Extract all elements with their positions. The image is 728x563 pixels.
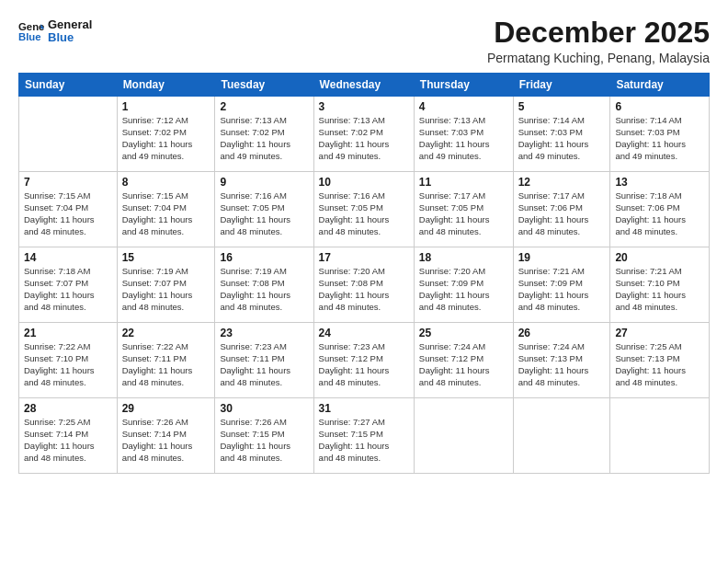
- day-info: Sunrise: 7:23 AM Sunset: 7:12 PM Dayligh…: [319, 341, 409, 388]
- calendar-header-sunday: Sunday: [19, 74, 118, 97]
- day-info: Sunrise: 7:25 AM Sunset: 7:13 PM Dayligh…: [615, 341, 704, 388]
- calendar-header-row: SundayMondayTuesdayWednesdayThursdayFrid…: [19, 74, 710, 97]
- day-number: 30: [220, 402, 308, 415]
- day-info: Sunrise: 7:18 AM Sunset: 7:06 PM Dayligh…: [615, 190, 704, 237]
- day-number: 20: [615, 251, 704, 264]
- day-number: 26: [518, 327, 606, 339]
- header: General Blue General Blue December 2025 …: [18, 17, 710, 65]
- day-number: 25: [419, 327, 508, 339]
- day-info: Sunrise: 7:24 AM Sunset: 7:12 PM Dayligh…: [419, 341, 508, 388]
- day-number: 28: [24, 402, 112, 415]
- day-info: Sunrise: 7:21 AM Sunset: 7:09 PM Dayligh…: [518, 266, 606, 313]
- calendar-cell: 23Sunrise: 7:23 AM Sunset: 7:11 PM Dayli…: [215, 323, 313, 398]
- day-number: 29: [122, 402, 210, 415]
- day-info: Sunrise: 7:26 AM Sunset: 7:15 PM Dayligh…: [220, 417, 308, 464]
- day-info: Sunrise: 7:17 AM Sunset: 7:06 PM Dayligh…: [518, 190, 606, 237]
- calendar-table: SundayMondayTuesdayWednesdayThursdayFrid…: [18, 73, 710, 474]
- calendar-header-friday: Friday: [513, 74, 610, 97]
- day-info: Sunrise: 7:18 AM Sunset: 7:07 PM Dayligh…: [24, 266, 112, 313]
- day-info: Sunrise: 7:25 AM Sunset: 7:14 PM Dayligh…: [24, 417, 112, 464]
- day-number: 16: [220, 251, 308, 264]
- calendar-cell: 12Sunrise: 7:17 AM Sunset: 7:06 PM Dayli…: [513, 172, 610, 247]
- day-number: 22: [122, 327, 210, 339]
- calendar-cell: 7Sunrise: 7:15 AM Sunset: 7:04 PM Daylig…: [19, 172, 118, 247]
- calendar-cell: 18Sunrise: 7:20 AM Sunset: 7:09 PM Dayli…: [414, 247, 513, 323]
- day-number: 17: [319, 251, 409, 264]
- calendar-week-row: 28Sunrise: 7:25 AM Sunset: 7:14 PM Dayli…: [19, 398, 710, 474]
- calendar-cell: [610, 398, 710, 474]
- calendar-cell: 26Sunrise: 7:24 AM Sunset: 7:13 PM Dayli…: [513, 323, 610, 398]
- calendar-cell: 5Sunrise: 7:14 AM Sunset: 7:03 PM Daylig…: [513, 97, 610, 172]
- calendar-cell: 20Sunrise: 7:21 AM Sunset: 7:10 PM Dayli…: [610, 247, 710, 323]
- calendar-cell: 13Sunrise: 7:18 AM Sunset: 7:06 PM Dayli…: [610, 172, 710, 247]
- day-number: 9: [220, 176, 308, 189]
- day-number: 3: [319, 100, 409, 113]
- calendar-cell: 21Sunrise: 7:22 AM Sunset: 7:10 PM Dayli…: [19, 323, 118, 398]
- calendar-header-monday: Monday: [117, 74, 215, 97]
- calendar-week-row: 7Sunrise: 7:15 AM Sunset: 7:04 PM Daylig…: [19, 172, 710, 247]
- location: Permatang Kuching, Penang, Malaysia: [487, 51, 710, 65]
- day-number: 21: [24, 327, 112, 339]
- day-info: Sunrise: 7:22 AM Sunset: 7:10 PM Dayligh…: [24, 341, 112, 388]
- logo-line2: Blue: [48, 31, 92, 44]
- calendar-week-row: 21Sunrise: 7:22 AM Sunset: 7:10 PM Dayli…: [19, 323, 710, 398]
- calendar-cell: 17Sunrise: 7:20 AM Sunset: 7:08 PM Dayli…: [313, 247, 414, 323]
- calendar-cell: 27Sunrise: 7:25 AM Sunset: 7:13 PM Dayli…: [610, 323, 710, 398]
- calendar-cell: 22Sunrise: 7:22 AM Sunset: 7:11 PM Dayli…: [117, 323, 215, 398]
- calendar-header-thursday: Thursday: [414, 74, 513, 97]
- logo: General Blue General Blue: [18, 17, 92, 45]
- day-info: Sunrise: 7:20 AM Sunset: 7:08 PM Dayligh…: [319, 266, 409, 313]
- day-info: Sunrise: 7:16 AM Sunset: 7:05 PM Dayligh…: [319, 190, 409, 237]
- day-number: 14: [24, 251, 112, 264]
- calendar-week-row: 14Sunrise: 7:18 AM Sunset: 7:07 PM Dayli…: [19, 247, 710, 323]
- calendar-header-wednesday: Wednesday: [313, 74, 414, 97]
- calendar-cell: 2Sunrise: 7:13 AM Sunset: 7:02 PM Daylig…: [215, 97, 313, 172]
- calendar-cell: 31Sunrise: 7:27 AM Sunset: 7:15 PM Dayli…: [313, 398, 414, 474]
- logo-icon: General Blue: [18, 17, 44, 43]
- page: General Blue General Blue December 2025 …: [0, 0, 728, 563]
- calendar-cell: 30Sunrise: 7:26 AM Sunset: 7:15 PM Dayli…: [215, 398, 313, 474]
- day-info: Sunrise: 7:14 AM Sunset: 7:03 PM Dayligh…: [615, 115, 704, 162]
- day-info: Sunrise: 7:12 AM Sunset: 7:02 PM Dayligh…: [122, 115, 210, 162]
- calendar-cell: 14Sunrise: 7:18 AM Sunset: 7:07 PM Dayli…: [19, 247, 118, 323]
- day-number: 23: [220, 327, 308, 339]
- calendar-cell: [19, 97, 118, 172]
- day-info: Sunrise: 7:14 AM Sunset: 7:03 PM Dayligh…: [518, 115, 606, 162]
- day-number: 10: [319, 176, 409, 189]
- day-info: Sunrise: 7:13 AM Sunset: 7:02 PM Dayligh…: [319, 115, 409, 162]
- day-info: Sunrise: 7:19 AM Sunset: 7:07 PM Dayligh…: [122, 266, 210, 313]
- day-number: 13: [615, 176, 704, 189]
- calendar-cell: 15Sunrise: 7:19 AM Sunset: 7:07 PM Dayli…: [117, 247, 215, 323]
- calendar-cell: 4Sunrise: 7:13 AM Sunset: 7:03 PM Daylig…: [414, 97, 513, 172]
- calendar-cell: 28Sunrise: 7:25 AM Sunset: 7:14 PM Dayli…: [19, 398, 118, 474]
- calendar-header-tuesday: Tuesday: [215, 74, 313, 97]
- calendar-header-saturday: Saturday: [610, 74, 710, 97]
- day-number: 1: [122, 100, 210, 113]
- day-info: Sunrise: 7:17 AM Sunset: 7:05 PM Dayligh…: [419, 190, 508, 237]
- day-number: 11: [419, 176, 508, 189]
- calendar-cell: [513, 398, 610, 474]
- calendar-cell: 29Sunrise: 7:26 AM Sunset: 7:14 PM Dayli…: [117, 398, 215, 474]
- calendar-cell: 24Sunrise: 7:23 AM Sunset: 7:12 PM Dayli…: [313, 323, 414, 398]
- day-info: Sunrise: 7:24 AM Sunset: 7:13 PM Dayligh…: [518, 341, 606, 388]
- day-info: Sunrise: 7:13 AM Sunset: 7:03 PM Dayligh…: [419, 115, 508, 162]
- calendar-cell: 11Sunrise: 7:17 AM Sunset: 7:05 PM Dayli…: [414, 172, 513, 247]
- day-number: 4: [419, 100, 508, 113]
- day-info: Sunrise: 7:27 AM Sunset: 7:15 PM Dayligh…: [319, 417, 409, 464]
- day-info: Sunrise: 7:22 AM Sunset: 7:11 PM Dayligh…: [122, 341, 210, 388]
- calendar-cell: 6Sunrise: 7:14 AM Sunset: 7:03 PM Daylig…: [610, 97, 710, 172]
- svg-text:Blue: Blue: [18, 31, 41, 42]
- day-info: Sunrise: 7:26 AM Sunset: 7:14 PM Dayligh…: [122, 417, 210, 464]
- day-info: Sunrise: 7:23 AM Sunset: 7:11 PM Dayligh…: [220, 341, 308, 388]
- calendar-cell: 1Sunrise: 7:12 AM Sunset: 7:02 PM Daylig…: [117, 97, 215, 172]
- calendar-cell: 8Sunrise: 7:15 AM Sunset: 7:04 PM Daylig…: [117, 172, 215, 247]
- day-number: 27: [615, 327, 704, 339]
- day-info: Sunrise: 7:19 AM Sunset: 7:08 PM Dayligh…: [220, 266, 308, 313]
- day-number: 5: [518, 100, 606, 113]
- month-title: December 2025: [487, 17, 710, 49]
- day-number: 19: [518, 251, 606, 264]
- day-info: Sunrise: 7:13 AM Sunset: 7:02 PM Dayligh…: [220, 115, 308, 162]
- day-info: Sunrise: 7:16 AM Sunset: 7:05 PM Dayligh…: [220, 190, 308, 237]
- calendar-cell: 19Sunrise: 7:21 AM Sunset: 7:09 PM Dayli…: [513, 247, 610, 323]
- day-info: Sunrise: 7:15 AM Sunset: 7:04 PM Dayligh…: [122, 190, 210, 237]
